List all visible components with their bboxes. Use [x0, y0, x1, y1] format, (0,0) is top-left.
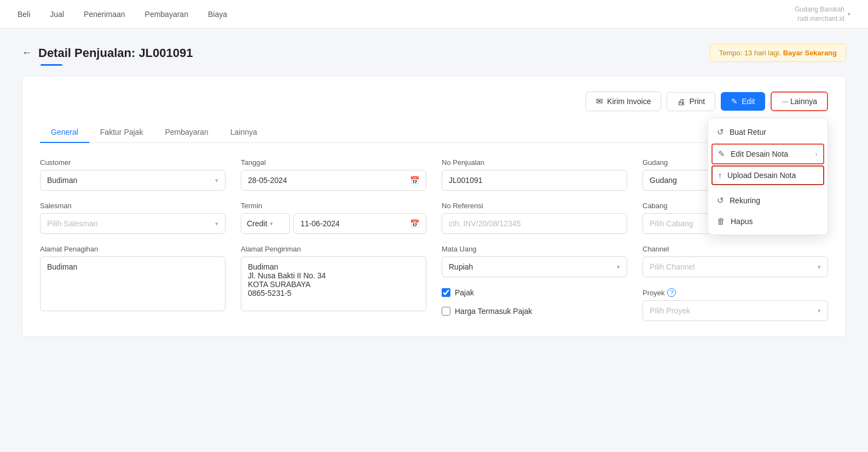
pajak-row: Pajak — [442, 288, 627, 297]
tanggal-input[interactable]: 28-05-2024 📅 — [241, 170, 426, 191]
customer-label: Customer — [40, 158, 225, 167]
edit-desain-nota-inner[interactable]: ✎ Edit Desain Nota › — [713, 145, 823, 163]
alamat-pengiriman-label: Alamat Pengiriman — [241, 245, 426, 253]
termin-type-select[interactable]: Credit ▾ — [241, 213, 290, 234]
user-area: Gudang Barokah rudi.merchant.id ▾ — [795, 5, 850, 24]
nav-biaya[interactable]: Biaya — [208, 1, 227, 27]
tanggal-label: Tanggal — [241, 158, 426, 167]
bayar-sekarang-button[interactable]: Bayar Sekarang — [783, 49, 837, 57]
pajak-checkbox[interactable] — [442, 288, 450, 297]
no-referensi-group: No Referensi cth. INV/20/08/12345 — [442, 202, 627, 234]
buat-retur-label: Buat Retur — [730, 128, 766, 136]
no-penjualan-input[interactable]: JL001091 — [442, 170, 627, 191]
channel-select[interactable]: Pilih Channel ▾ — [643, 256, 828, 277]
proyek-placeholder: Pilih Proyek — [650, 306, 690, 315]
nav-beli[interactable]: Beli — [18, 1, 30, 27]
tab-faktur-pajak[interactable]: Faktur Pajak — [89, 122, 154, 143]
alamat-pengiriman-line1: Budiman — [248, 262, 419, 271]
alamat-penagihan-group: Alamat Penagihan — [40, 245, 225, 321]
salesman-select[interactable]: Pilih Salesman ▾ — [40, 213, 225, 234]
tanggal-group: Tanggal 28-05-2024 📅 — [241, 158, 426, 191]
termin-date-input[interactable]: 11-06-2024 📅 — [293, 213, 426, 234]
alamat-pengiriman-line2: Jl. Nusa Bakti II No. 34 — [248, 271, 419, 280]
retur-icon: ↺ — [717, 127, 724, 137]
channel-placeholder: Pilih Channel — [650, 262, 695, 271]
tanggal-value: 28-05-2024 — [248, 176, 287, 185]
arrow-icon: › — [815, 150, 818, 158]
salesman-placeholder: Pilih Salesman — [47, 219, 98, 228]
rekuring-label: Rekuring — [730, 196, 760, 205]
rekuring-icon: ↺ — [717, 196, 724, 205]
edit-nota-icon: ✎ — [718, 149, 725, 159]
proyek-help-icon[interactable]: ? — [667, 288, 676, 297]
customer-group: Customer Budiman ▾ — [40, 158, 225, 191]
edit-desain-nota-label: Edit Desain Nota — [731, 150, 788, 158]
edit-label: Edit — [742, 97, 755, 106]
edit-icon: ✎ — [731, 97, 738, 106]
title-underline — [40, 64, 62, 66]
no-referensi-placeholder: cth. INV/20/08/12345 — [449, 219, 521, 228]
mata-uang-value: Rupiah — [449, 262, 473, 271]
no-penjualan-group: No Penjualan JL001091 — [442, 158, 627, 191]
print-button[interactable]: 🖨 Print — [667, 92, 715, 111]
salesman-chevron-icon: ▾ — [215, 220, 218, 227]
no-referensi-label: No Referensi — [442, 202, 627, 210]
cabang-placeholder: Pilih Cabang — [650, 219, 693, 228]
back-button[interactable]: ← — [22, 47, 32, 59]
page-title: Detail Penjualan: JL001091 — [38, 46, 193, 60]
kirim-invoice-button[interactable]: ✉ Kirim Invoice — [586, 91, 661, 111]
dropdown-rekuring[interactable]: ↺ Rekuring — [708, 190, 828, 211]
kirim-invoice-label: Kirim Invoice — [607, 97, 651, 106]
proyek-select[interactable]: Pilih Proyek ▾ — [643, 300, 828, 321]
alamat-pengiriman-line3: KOTA SURABAYA — [248, 280, 419, 289]
upload-desain-nota-item[interactable]: ↑ Upload Desain Nota — [711, 165, 824, 185]
mata-uang-chevron-icon: ▾ — [617, 264, 620, 271]
mata-uang-select[interactable]: Rupiah ▾ — [442, 256, 627, 277]
dropdown-hapus[interactable]: 🗑 Hapus — [708, 211, 828, 231]
dropdown-menu: ↺ Buat Retur ✎ Edit Desain Nota › ↑ Uplo… — [708, 118, 828, 235]
tab-lainnya[interactable]: Lainnya — [219, 122, 268, 143]
edit-desain-nota-item[interactable]: ✎ Edit Desain Nota › — [711, 144, 824, 164]
termin-calendar-icon: 📅 — [410, 219, 419, 228]
tanggal-calendar-icon: 📅 — [410, 176, 419, 185]
detail-card: ✉ Kirim Invoice 🖨 Print ✎ Edit ··· Lainn… — [22, 76, 846, 337]
tab-general[interactable]: General — [40, 122, 89, 143]
mata-uang-group: Mata Uang Rupiah ▾ Pajak Harga Termasuk … — [442, 245, 627, 321]
mata-uang-label: Mata Uang — [442, 245, 627, 253]
upload-desain-nota-label: Upload Desain Nota — [727, 171, 796, 180]
user-chevron-icon: ▾ — [848, 11, 850, 17]
termin-type-chevron-icon: ▾ — [270, 220, 273, 227]
no-penjualan-label: No Penjualan — [442, 158, 627, 167]
channel-chevron-icon: ▾ — [818, 264, 821, 271]
edit-button[interactable]: ✎ Edit — [721, 92, 765, 111]
termin-date-value: 11-06-2024 — [300, 219, 340, 228]
no-penjualan-value: JL001091 — [449, 176, 483, 185]
tempo-badge: Tempo: 13 hari lagi. Bayar Sekarang — [710, 44, 846, 62]
nav-jual[interactable]: Jual — [50, 1, 64, 27]
pajak-group: Pajak — [442, 288, 627, 297]
hapus-label: Hapus — [731, 217, 753, 226]
customer-select[interactable]: Budiman ▾ — [40, 170, 225, 191]
channel-group: Channel Pilih Channel ▾ Proyek ? Pilih P… — [643, 245, 828, 321]
user-name-line1: Gudang Barokah — [795, 5, 844, 14]
gudang-value: Gudang — [650, 176, 677, 185]
proyek-group: Proyek ? Pilih Proyek ▾ — [643, 288, 828, 321]
tab-pembayaran[interactable]: Pembayaran — [154, 122, 219, 143]
alamat-pengiriman-input[interactable]: Budiman Jl. Nusa Bakti II No. 34 KOTA SU… — [241, 256, 426, 311]
alamat-penagihan-input[interactable] — [40, 256, 225, 311]
salesman-group: Salesman Pilih Salesman ▾ — [40, 202, 225, 234]
nav-penerimaan[interactable]: Penerimaan — [84, 1, 125, 27]
salesman-label: Salesman — [40, 202, 225, 210]
alamat-pengiriman-line4: 0865-5231-5 — [248, 289, 419, 297]
customer-chevron-icon: ▾ — [215, 177, 218, 184]
harga-termasuk-pajak-checkbox[interactable] — [442, 307, 450, 316]
termin-type-value: Credit — [247, 219, 267, 228]
proyek-label: Proyek ? — [643, 288, 828, 297]
pajak-label: Pajak — [455, 288, 474, 297]
dropdown-buat-retur[interactable]: ↺ Buat Retur — [708, 122, 828, 142]
lainnya-button[interactable]: ··· Lainnya — [771, 91, 828, 111]
nav-pembayaran[interactable]: Pembayaran — [145, 1, 188, 27]
no-referensi-input[interactable]: cth. INV/20/08/12345 — [442, 213, 627, 234]
termin-label: Termin — [241, 202, 426, 210]
toolbar: ✉ Kirim Invoice 🖨 Print ✎ Edit ··· Lainn… — [40, 91, 828, 111]
